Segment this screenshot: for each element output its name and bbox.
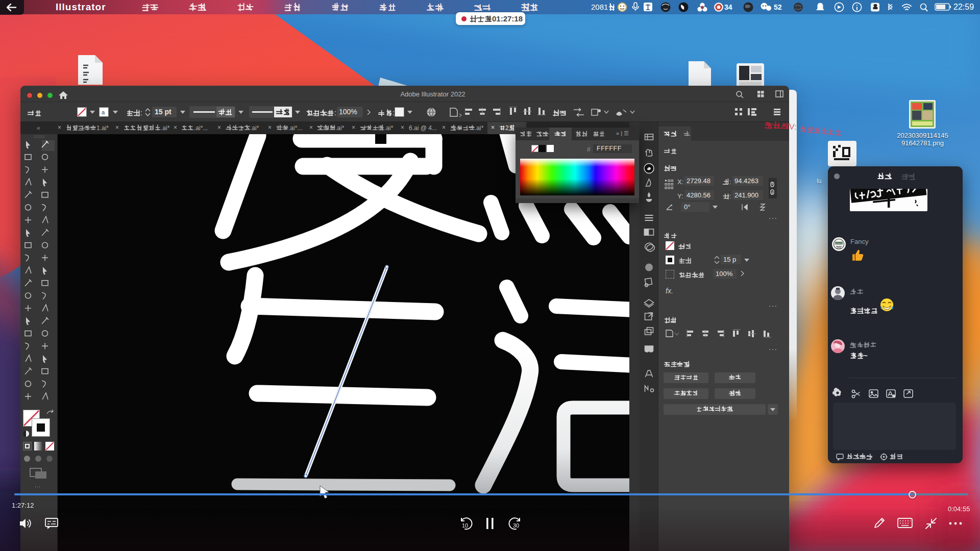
svg-text:52: 52 <box>774 3 782 11</box>
svg-text:34: 34 <box>724 3 732 11</box>
